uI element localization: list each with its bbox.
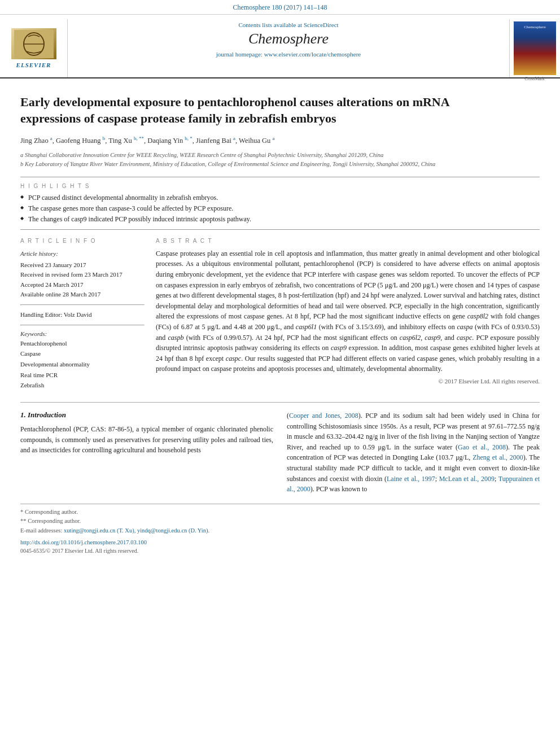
abstract-text: Caspase proteases play an essential role… xyxy=(156,248,540,374)
highlight-2: The caspase genes more than caspase-3 co… xyxy=(20,204,540,213)
intro-two-col: 1. Introduction Pentachlorophenol (PCP, … xyxy=(20,410,540,495)
intro-left-text: Pentachlorophenol (PCP, CAS: 87-86-5), a… xyxy=(20,424,273,456)
accepted-date: Accepted 24 March 2017 xyxy=(20,280,145,290)
intro-heading: 1. Introduction xyxy=(20,410,273,420)
elsevier-logo: ELSEVIER xyxy=(0,19,68,77)
ref-zheng[interactable]: Zheng et al., 2000 xyxy=(473,453,523,461)
elsevier-logo-image xyxy=(11,28,56,59)
article-info-abstract: A R T I C L E I N F O Article history: R… xyxy=(20,238,540,391)
issn-notice: 0045-6535/© 2017 Elsevier Ltd. All right… xyxy=(20,548,540,554)
article-info-heading: A R T I C L E I N F O xyxy=(20,238,145,244)
footnote-dstar: ** Corresponding author. xyxy=(20,517,540,526)
affiliations: a Shanghai Collaborative Innovation Cent… xyxy=(20,151,540,169)
ref-mclean[interactable]: McLean et al., 2009 xyxy=(439,475,495,483)
revised-date: Received in revised form 23 March 2017 xyxy=(20,270,145,280)
journal-header: ELSEVIER Contents lists available at Sci… xyxy=(0,15,560,78)
abstract-heading: A B S T R A C T xyxy=(156,238,540,244)
info-divider-2 xyxy=(20,325,145,326)
available-date: Available online 28 March 2017 xyxy=(20,290,145,300)
journal-homepage: journal homepage: www.elsevier.com/locat… xyxy=(79,51,498,58)
email-addresses[interactable]: xuting@tongji.edu.cn (T. Xu), yindq@tong… xyxy=(64,527,209,534)
highlight-1: PCP caused distinct developmental abnorm… xyxy=(20,194,540,202)
sciencedirect-link: Contents lists available at ScienceDirec… xyxy=(79,21,498,28)
handling-editor: Handling Editor: Volz David xyxy=(20,310,145,320)
keywords-heading: Keywords: xyxy=(20,330,145,337)
ref-gao[interactable]: Gao et al., 2008 xyxy=(458,443,506,451)
intro-right-text: (Cooper and Jones, 2008). PCP and its so… xyxy=(287,410,540,495)
keyword-2: Caspase xyxy=(20,348,145,359)
handling-editor-text: Handling Editor: Volz David xyxy=(20,310,145,320)
highlight-3: The changes of casp9 indicated PCP possi… xyxy=(20,215,540,224)
citation-bar: Chemosphere 180 (2017) 141–148 xyxy=(0,0,560,15)
journal-cover-area xyxy=(509,19,560,77)
article-history: Article history: Received 23 January 201… xyxy=(20,248,145,300)
journal-header-center: Contents lists available at ScienceDirec… xyxy=(68,19,509,77)
article-title: Early developmental exposure to pentachl… xyxy=(20,94,461,126)
divider-1 xyxy=(20,177,540,177)
journal-title: Chemosphere xyxy=(79,30,498,47)
sciencedirect-text[interactable]: ScienceDirect xyxy=(304,21,339,28)
ref-cooper[interactable]: Cooper and Jones, 2008 xyxy=(289,412,358,420)
keyword-1: Pentachlorophenol xyxy=(20,338,145,349)
article-info-col: A R T I C L E I N F O Article history: R… xyxy=(20,238,145,391)
highlights-section: H I G H L I G H T S PCP caused distinct … xyxy=(20,183,540,224)
citation-text: Chemosphere 180 (2017) 141–148 xyxy=(233,3,327,11)
footnote-star: * Corresponding author. xyxy=(20,508,540,517)
intro-left: 1. Introduction Pentachlorophenol (PCP, … xyxy=(20,410,273,495)
keywords-section: Keywords: Pentachlorophenol Caspase Deve… xyxy=(20,330,145,391)
doi-line[interactable]: http://dx.doi.org/10.1016/j.chemosphere.… xyxy=(20,539,540,545)
divider-2 xyxy=(20,229,540,230)
highlights-heading: H I G H L I G H T S xyxy=(20,183,540,189)
journal-cover-image xyxy=(514,21,556,75)
info-divider xyxy=(20,304,145,305)
authors-line: Jing Zhao a, Gaofeng Huang b, Ting Xu b,… xyxy=(20,134,540,146)
keyword-4: Real time PCR xyxy=(20,370,145,381)
introduction-section: 1. Introduction Pentachlorophenol (PCP, … xyxy=(20,402,540,495)
affiliation-b: b Key Laboratory of Yangtze River Water … xyxy=(20,161,435,167)
footnote-area: * Corresponding author. ** Corresponding… xyxy=(20,504,540,554)
main-content: ✓ CrossMark Early developmental exposure… xyxy=(0,78,560,563)
intro-right: (Cooper and Jones, 2008). PCP and its so… xyxy=(287,410,540,495)
affiliation-a: a Shanghai Collaborative Innovation Cent… xyxy=(20,152,383,158)
keyword-3: Developmental abnormality xyxy=(20,359,145,370)
footnote-emails: E-mail addresses: xuting@tongji.edu.cn (… xyxy=(20,526,540,536)
homepage-link[interactable]: www.elsevier.com/locate/chemosphere xyxy=(264,51,361,58)
copyright-line: © 2017 Elsevier Ltd. All rights reserved… xyxy=(156,378,540,385)
abstract-col: A B S T R A C T Caspase proteases play a… xyxy=(156,238,540,391)
email-label: E-mail addresses: xyxy=(20,527,62,534)
keyword-5: Zebrafish xyxy=(20,380,145,391)
ref-laine[interactable]: Laine et al., 1997 xyxy=(387,475,435,483)
received-date: Received 23 January 2017 xyxy=(20,260,145,270)
history-label: Article history: xyxy=(20,248,145,259)
elsevier-wordmark: ELSEVIER xyxy=(16,62,51,68)
